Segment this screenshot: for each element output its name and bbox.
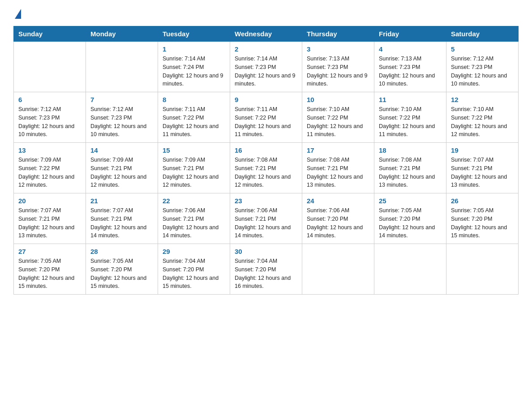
calendar-cell: 24Sunrise: 7:06 AMSunset: 7:20 PMDayligh… bbox=[302, 193, 374, 244]
calendar-cell: 13Sunrise: 7:09 AMSunset: 7:22 PMDayligh… bbox=[14, 143, 86, 193]
calendar-cell: 1Sunrise: 7:14 AMSunset: 7:24 PMDaylight… bbox=[158, 42, 230, 92]
calendar-cell: 14Sunrise: 7:09 AMSunset: 7:21 PMDayligh… bbox=[86, 143, 158, 193]
day-info: Sunrise: 7:08 AMSunset: 7:21 PMDaylight:… bbox=[379, 156, 442, 189]
calendar-cell: 16Sunrise: 7:08 AMSunset: 7:21 PMDayligh… bbox=[230, 143, 302, 193]
day-number: 8 bbox=[163, 96, 225, 103]
logo-triangle-icon bbox=[15, 9, 21, 19]
calendar-week-row: 13Sunrise: 7:09 AMSunset: 7:22 PMDayligh… bbox=[14, 143, 519, 193]
day-of-week-header: Friday bbox=[374, 26, 446, 42]
day-number: 9 bbox=[235, 96, 297, 103]
day-number: 29 bbox=[163, 248, 225, 255]
day-of-week-header: Tuesday bbox=[158, 26, 230, 42]
day-info: Sunrise: 7:07 AMSunset: 7:21 PMDaylight:… bbox=[451, 156, 514, 189]
day-number: 13 bbox=[18, 146, 81, 154]
calendar-header: SundayMondayTuesdayWednesdayThursdayFrid… bbox=[14, 26, 519, 42]
day-number: 19 bbox=[451, 146, 514, 154]
day-info: Sunrise: 7:05 AMSunset: 7:20 PMDaylight:… bbox=[18, 257, 81, 291]
day-info: Sunrise: 7:11 AMSunset: 7:22 PMDaylight:… bbox=[235, 105, 297, 139]
calendar-cell: 25Sunrise: 7:05 AMSunset: 7:20 PMDayligh… bbox=[374, 193, 446, 244]
calendar-cell: 2Sunrise: 7:14 AMSunset: 7:23 PMDaylight… bbox=[230, 42, 302, 92]
calendar-cell bbox=[302, 244, 374, 295]
calendar-cell: 11Sunrise: 7:10 AMSunset: 7:22 PMDayligh… bbox=[374, 92, 446, 143]
day-info: Sunrise: 7:06 AMSunset: 7:21 PMDaylight:… bbox=[235, 206, 297, 240]
calendar-cell: 15Sunrise: 7:09 AMSunset: 7:21 PMDayligh… bbox=[158, 143, 230, 193]
calendar-cell: 7Sunrise: 7:12 AMSunset: 7:23 PMDaylight… bbox=[86, 92, 158, 143]
calendar-cell: 19Sunrise: 7:07 AMSunset: 7:21 PMDayligh… bbox=[446, 143, 519, 193]
day-number: 3 bbox=[307, 45, 369, 53]
calendar-cell bbox=[374, 244, 446, 295]
day-info: Sunrise: 7:08 AMSunset: 7:21 PMDaylight:… bbox=[235, 156, 297, 189]
calendar-cell bbox=[86, 42, 158, 92]
day-number: 27 bbox=[18, 248, 81, 255]
calendar-table: SundayMondayTuesdayWednesdayThursdayFrid… bbox=[13, 26, 519, 295]
day-info: Sunrise: 7:09 AMSunset: 7:21 PMDaylight:… bbox=[163, 156, 225, 189]
day-of-week-header: Sunday bbox=[14, 26, 86, 42]
calendar-cell: 8Sunrise: 7:11 AMSunset: 7:22 PMDaylight… bbox=[158, 92, 230, 143]
day-number: 30 bbox=[235, 248, 297, 255]
day-number: 5 bbox=[451, 45, 514, 53]
calendar-cell bbox=[446, 244, 519, 295]
day-info: Sunrise: 7:07 AMSunset: 7:21 PMDaylight:… bbox=[90, 206, 153, 240]
day-number: 23 bbox=[235, 197, 297, 205]
day-info: Sunrise: 7:10 AMSunset: 7:22 PMDaylight:… bbox=[307, 105, 369, 139]
day-info: Sunrise: 7:14 AMSunset: 7:23 PMDaylight:… bbox=[235, 55, 297, 88]
calendar-body: 1Sunrise: 7:14 AMSunset: 7:24 PMDaylight… bbox=[14, 42, 519, 295]
day-number: 12 bbox=[451, 96, 514, 103]
day-of-week-header: Thursday bbox=[302, 26, 374, 42]
day-info: Sunrise: 7:13 AMSunset: 7:23 PMDaylight:… bbox=[379, 55, 442, 88]
day-info: Sunrise: 7:12 AMSunset: 7:23 PMDaylight:… bbox=[18, 105, 81, 139]
day-number: 26 bbox=[451, 197, 514, 205]
calendar-cell: 20Sunrise: 7:07 AMSunset: 7:21 PMDayligh… bbox=[14, 193, 86, 244]
logo bbox=[13, 9, 21, 18]
day-number: 6 bbox=[18, 96, 81, 103]
day-info: Sunrise: 7:14 AMSunset: 7:24 PMDaylight:… bbox=[163, 55, 225, 88]
day-of-week-header: Monday bbox=[86, 26, 158, 42]
day-number: 22 bbox=[163, 197, 225, 205]
calendar-cell: 6Sunrise: 7:12 AMSunset: 7:23 PMDaylight… bbox=[14, 92, 86, 143]
calendar-cell: 28Sunrise: 7:05 AMSunset: 7:20 PMDayligh… bbox=[86, 244, 158, 295]
day-number: 28 bbox=[90, 248, 153, 255]
calendar-week-row: 1Sunrise: 7:14 AMSunset: 7:24 PMDaylight… bbox=[14, 42, 519, 92]
day-number: 15 bbox=[163, 146, 225, 154]
day-number: 1 bbox=[163, 45, 225, 53]
day-info: Sunrise: 7:05 AMSunset: 7:20 PMDaylight:… bbox=[90, 257, 153, 291]
day-number: 14 bbox=[90, 146, 153, 154]
day-info: Sunrise: 7:08 AMSunset: 7:21 PMDaylight:… bbox=[307, 156, 369, 189]
calendar-cell: 21Sunrise: 7:07 AMSunset: 7:21 PMDayligh… bbox=[86, 193, 158, 244]
calendar-cell: 27Sunrise: 7:05 AMSunset: 7:20 PMDayligh… bbox=[14, 244, 86, 295]
day-info: Sunrise: 7:11 AMSunset: 7:22 PMDaylight:… bbox=[163, 105, 225, 139]
day-info: Sunrise: 7:05 AMSunset: 7:20 PMDaylight:… bbox=[379, 206, 442, 240]
calendar-cell: 26Sunrise: 7:05 AMSunset: 7:20 PMDayligh… bbox=[446, 193, 519, 244]
day-info: Sunrise: 7:04 AMSunset: 7:20 PMDaylight:… bbox=[163, 257, 225, 291]
calendar-cell bbox=[14, 42, 86, 92]
calendar-cell: 3Sunrise: 7:13 AMSunset: 7:23 PMDaylight… bbox=[302, 42, 374, 92]
calendar-cell: 4Sunrise: 7:13 AMSunset: 7:23 PMDaylight… bbox=[374, 42, 446, 92]
day-info: Sunrise: 7:04 AMSunset: 7:20 PMDaylight:… bbox=[235, 257, 297, 291]
calendar-cell: 29Sunrise: 7:04 AMSunset: 7:20 PMDayligh… bbox=[158, 244, 230, 295]
day-number: 4 bbox=[379, 45, 442, 53]
calendar-cell: 23Sunrise: 7:06 AMSunset: 7:21 PMDayligh… bbox=[230, 193, 302, 244]
day-info: Sunrise: 7:10 AMSunset: 7:22 PMDaylight:… bbox=[451, 105, 514, 139]
calendar-week-row: 6Sunrise: 7:12 AMSunset: 7:23 PMDaylight… bbox=[14, 92, 519, 143]
day-info: Sunrise: 7:09 AMSunset: 7:21 PMDaylight:… bbox=[90, 156, 153, 189]
day-info: Sunrise: 7:07 AMSunset: 7:21 PMDaylight:… bbox=[18, 206, 81, 240]
calendar-week-row: 27Sunrise: 7:05 AMSunset: 7:20 PMDayligh… bbox=[14, 244, 519, 295]
day-number: 24 bbox=[307, 197, 369, 205]
day-info: Sunrise: 7:12 AMSunset: 7:23 PMDaylight:… bbox=[90, 105, 153, 139]
day-info: Sunrise: 7:10 AMSunset: 7:22 PMDaylight:… bbox=[379, 105, 442, 139]
day-info: Sunrise: 7:06 AMSunset: 7:21 PMDaylight:… bbox=[163, 206, 225, 240]
calendar-cell: 30Sunrise: 7:04 AMSunset: 7:20 PMDayligh… bbox=[230, 244, 302, 295]
calendar-cell: 18Sunrise: 7:08 AMSunset: 7:21 PMDayligh… bbox=[374, 143, 446, 193]
day-number: 10 bbox=[307, 96, 369, 103]
day-info: Sunrise: 7:06 AMSunset: 7:20 PMDaylight:… bbox=[307, 206, 369, 240]
calendar-cell: 5Sunrise: 7:12 AMSunset: 7:23 PMDaylight… bbox=[446, 42, 519, 92]
day-number: 25 bbox=[379, 197, 442, 205]
day-number: 2 bbox=[235, 45, 297, 53]
calendar-week-row: 20Sunrise: 7:07 AMSunset: 7:21 PMDayligh… bbox=[14, 193, 519, 244]
day-of-week-header: Saturday bbox=[446, 26, 519, 42]
calendar-cell: 12Sunrise: 7:10 AMSunset: 7:22 PMDayligh… bbox=[446, 92, 519, 143]
day-info: Sunrise: 7:05 AMSunset: 7:20 PMDaylight:… bbox=[451, 206, 514, 240]
day-number: 18 bbox=[379, 146, 442, 154]
day-number: 11 bbox=[379, 96, 442, 103]
calendar-cell: 9Sunrise: 7:11 AMSunset: 7:22 PMDaylight… bbox=[230, 92, 302, 143]
